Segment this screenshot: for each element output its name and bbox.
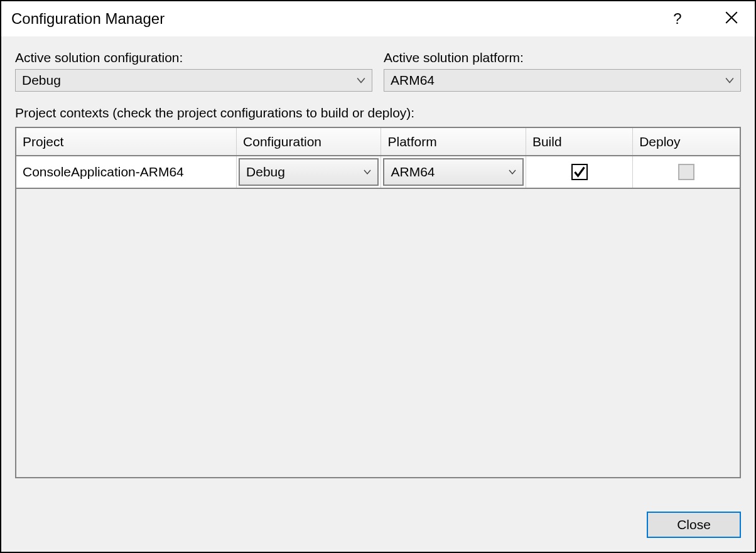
chevron-down-icon [364,168,371,176]
solution-config-value: Debug [22,73,61,88]
row-platform-dropdown[interactable]: ARM64 [383,158,523,186]
solution-config-label: Active solution configuration: [15,50,372,65]
chevron-down-icon [725,76,734,85]
close-button-label: Close [677,517,711,532]
column-header-build[interactable]: Build [526,128,632,156]
row-platform-value: ARM64 [391,164,435,180]
deploy-checkbox [678,164,694,180]
solution-settings-row: Active solution configuration: Debug Act… [15,50,741,92]
help-icon: ? [673,10,681,28]
client-area: Active solution configuration: Debug Act… [1,36,755,552]
row-configuration-dropdown[interactable]: Debug [239,158,379,186]
help-button[interactable]: ? [663,4,692,33]
solution-platform-dropdown[interactable]: ARM64 [384,69,741,92]
dialog-footer: Close [15,499,741,538]
solution-config-dropdown[interactable]: Debug [15,69,372,92]
solution-platform-label: Active solution platform: [384,50,741,65]
project-contexts-grid: Project Configuration Platform Build Dep… [15,127,741,478]
table-row: ConsoleApplication-ARM64 Debug [16,156,740,188]
column-header-configuration[interactable]: Configuration [237,128,381,156]
column-header-platform[interactable]: Platform [381,128,526,156]
cell-project-name: ConsoleApplication-ARM64 [16,156,237,188]
close-window-button[interactable] [717,4,746,33]
project-contexts-label: Project contexts (check the project conf… [15,105,741,121]
chevron-down-icon [509,168,516,176]
configuration-manager-window: Configuration Manager ? Active solution … [0,0,756,553]
titlebar: Configuration Manager ? [1,1,755,36]
close-button[interactable]: Close [647,512,741,538]
row-configuration-value: Debug [246,164,285,180]
column-header-deploy[interactable]: Deploy [633,128,740,156]
chevron-down-icon [357,76,365,85]
column-header-project[interactable]: Project [16,128,237,156]
grid-table: Project Configuration Platform Build Dep… [16,128,740,189]
window-title: Configuration Manager [11,10,663,28]
solution-platform-value: ARM64 [391,73,435,88]
solution-config-field: Active solution configuration: Debug [15,50,372,92]
close-icon [725,11,738,27]
solution-platform-field: Active solution platform: ARM64 [384,50,741,92]
build-checkbox[interactable] [571,164,588,180]
